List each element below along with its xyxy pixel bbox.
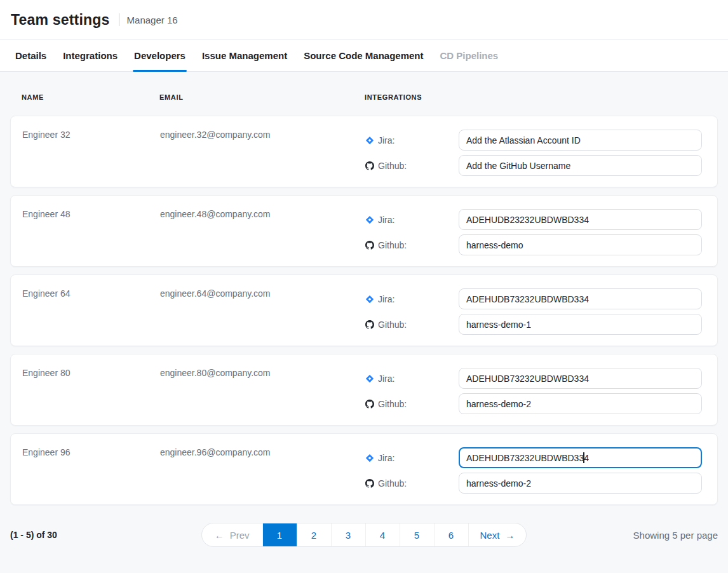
- developer-email: engineer.32@company.com: [160, 116, 365, 187]
- developer-email: engineer.48@company.com: [160, 196, 365, 266]
- prev-page-button[interactable]: ←Prev: [202, 523, 262, 546]
- developer-email: engineer.80@company.com: [160, 354, 365, 425]
- developer-name: Engineer 80: [22, 354, 160, 425]
- jira-label: Jira:: [378, 135, 394, 145]
- table-row: Engineer 32 engineer.32@company.com Jira…: [10, 116, 718, 187]
- page-button-4[interactable]: 4: [365, 523, 400, 546]
- github-input[interactable]: [459, 393, 702, 414]
- github-label: Github:: [378, 478, 407, 489]
- page-button-3[interactable]: 3: [331, 523, 365, 546]
- github-label: Github:: [378, 320, 407, 330]
- github-label: Github:: [378, 399, 407, 409]
- github-icon: [365, 161, 374, 170]
- developer-email: engineer.96@company.com: [160, 434, 365, 504]
- tab-source-code-management[interactable]: Source Code Management: [304, 40, 423, 71]
- jira-input[interactable]: [459, 130, 702, 151]
- github-input[interactable]: [459, 234, 702, 255]
- jira-input[interactable]: [459, 209, 702, 230]
- github-input[interactable]: [459, 473, 702, 494]
- page-title: Team settings: [11, 11, 110, 29]
- tab-details[interactable]: Details: [15, 40, 46, 71]
- jira-label: Jira:: [378, 453, 394, 463]
- page-subtitle: Manager 16: [127, 15, 178, 25]
- left-arrow-icon: ←: [215, 530, 224, 541]
- page-button-5[interactable]: 5: [400, 523, 434, 546]
- text-caret: [583, 452, 584, 463]
- github-icon: [365, 400, 374, 408]
- github-input[interactable]: [459, 314, 702, 335]
- github-label: Github:: [378, 240, 407, 250]
- jira-label: Jira:: [378, 374, 394, 384]
- column-header-email: EMAIL: [159, 93, 365, 101]
- page-button-1[interactable]: 1: [262, 523, 297, 546]
- developer-name: Engineer 64: [22, 275, 160, 346]
- jira-icon: [365, 374, 374, 383]
- jira-input[interactable]: [459, 288, 702, 309]
- column-header-name: NAME: [22, 93, 159, 101]
- app-header: Team settings Manager 16: [0, 0, 728, 40]
- table-footer: (1 - 5) of 30 ←Prev 1 2 3 4 5 6 Next→ Sh…: [10, 523, 718, 547]
- per-page-text: Showing 5 per page: [527, 530, 718, 541]
- developer-email: engineer.64@company.com: [160, 275, 365, 346]
- table-row: Engineer 48 engineer.48@company.com Jira…: [10, 195, 718, 267]
- table-row: Engineer 80 engineer.80@company.com Jira…: [10, 354, 718, 426]
- github-input[interactable]: [459, 155, 702, 176]
- right-arrow-icon: →: [505, 530, 515, 541]
- github-icon: [365, 241, 374, 250]
- jira-icon: [365, 295, 374, 304]
- developer-name: Engineer 32: [22, 116, 160, 187]
- title-divider: [119, 13, 119, 26]
- page-button-6[interactable]: 6: [434, 523, 468, 546]
- github-label: Github:: [378, 161, 407, 171]
- jira-input[interactable]: [459, 368, 702, 389]
- developer-name: Engineer 96: [22, 434, 160, 504]
- jira-label: Jira:: [378, 215, 394, 225]
- tab-integrations[interactable]: Integrations: [63, 40, 118, 71]
- tab-issue-management[interactable]: Issue Management: [202, 40, 287, 71]
- github-icon: [365, 479, 374, 488]
- next-page-button[interactable]: Next→: [468, 523, 527, 546]
- column-header-integrations: INTEGRATIONS: [365, 93, 718, 101]
- prev-label: Prev: [230, 530, 250, 541]
- jira-icon: [365, 454, 374, 462]
- main-content: NAME EMAIL INTEGRATIONS Engineer 32 engi…: [0, 72, 728, 547]
- tab-cd-pipelines: CD Pipelines: [440, 40, 499, 71]
- tab-bar: Details Integrations Developers Issue Ma…: [0, 40, 728, 72]
- next-label: Next: [480, 530, 500, 541]
- github-icon: [365, 320, 374, 329]
- table-header: NAME EMAIL INTEGRATIONS: [10, 72, 718, 116]
- jira-icon: [365, 215, 374, 224]
- jira-input-focused[interactable]: [459, 447, 702, 468]
- developer-name: Engineer 48: [22, 196, 160, 266]
- pagination-range: (1 - 5) of 30: [10, 530, 201, 540]
- table-row: Engineer 96 engineer.96@company.com Jira…: [10, 433, 718, 505]
- jira-label: Jira:: [378, 294, 394, 304]
- table-row: Engineer 64 engineer.64@company.com Jira…: [10, 274, 718, 346]
- jira-icon: [365, 136, 374, 145]
- pagination: ←Prev 1 2 3 4 5 6 Next→: [201, 523, 527, 547]
- page-button-2[interactable]: 2: [297, 523, 331, 546]
- tab-developers[interactable]: Developers: [134, 40, 185, 71]
